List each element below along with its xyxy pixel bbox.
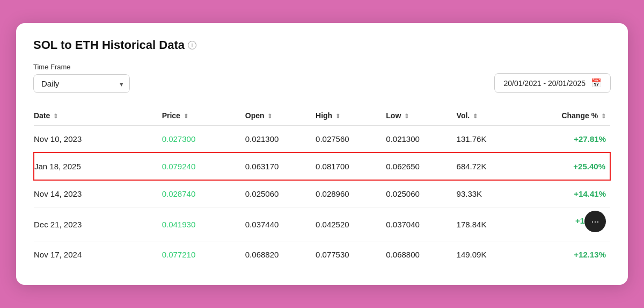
- table-cell: 684.72K: [457, 153, 527, 180]
- table-cell: 0.028960: [316, 180, 386, 207]
- historical-data-card: SOL to ETH Historical Data i Time Frame …: [16, 23, 628, 285]
- controls-row: Time Frame Daily Weekly Monthly ▾ 20/01/…: [33, 63, 611, 93]
- table-cell: 178.84K: [457, 207, 527, 241]
- table-row: Dec 21, 20230.0419300.0374400.0425200.03…: [34, 207, 610, 241]
- table-cell: Dec 21, 2023: [34, 207, 162, 241]
- sort-icon-high: ⇕: [335, 113, 340, 120]
- card-title-row: SOL to ETH Historical Data i: [33, 38, 611, 52]
- table-cell: Nov 10, 2023: [34, 126, 162, 153]
- table-cell: Jan 18, 2025: [34, 153, 162, 180]
- th-vol[interactable]: Vol. ⇕: [457, 106, 527, 126]
- sort-icon-open: ⇕: [267, 113, 272, 120]
- timeframe-label: Time Frame: [33, 63, 130, 71]
- table-cell: 0.025060: [245, 180, 316, 207]
- table-cell: 0.037040: [386, 207, 456, 241]
- table-header-row: Date ⇕ Price ⇕ Open ⇕ High ⇕ Low ⇕ Vol. …: [34, 106, 610, 126]
- table-cell: +14.41%: [527, 180, 610, 207]
- table-cell: 0.081700: [316, 153, 386, 180]
- table-row: Nov 10, 20230.0273000.0213000.0275600.02…: [34, 126, 610, 153]
- table-cell: 0.077210: [162, 241, 245, 268]
- table-cell: 0.063170: [245, 153, 316, 180]
- th-open[interactable]: Open ⇕: [245, 106, 316, 126]
- sort-icon-vol: ⇕: [473, 113, 478, 120]
- table-cell: 0.021300: [245, 126, 316, 153]
- table-cell: +25.40%: [527, 153, 610, 180]
- table-cell: Nov 17, 2024: [34, 241, 162, 268]
- th-low[interactable]: Low ⇕: [386, 106, 456, 126]
- table-cell: 0.079240: [162, 153, 245, 180]
- table-cell: +27.81%: [527, 126, 610, 153]
- table-row: Nov 14, 20230.0287400.0250600.0289600.02…: [34, 180, 610, 207]
- table-cell: +12.13%: [527, 241, 610, 268]
- timeframe-select[interactable]: Daily Weekly Monthly: [33, 74, 130, 93]
- table-cell: +1···: [527, 207, 610, 241]
- table-cell: 0.042520: [316, 207, 386, 241]
- table-cell: 0.037440: [245, 207, 316, 241]
- th-change[interactable]: Change % ⇕: [527, 106, 610, 126]
- sort-icon-date: ⇕: [53, 113, 58, 120]
- table-cell: 0.062650: [386, 153, 456, 180]
- th-date[interactable]: Date ⇕: [34, 106, 162, 126]
- table-cell: 0.077530: [316, 241, 386, 268]
- historical-data-table: Date ⇕ Price ⇕ Open ⇕ High ⇕ Low ⇕ Vol. …: [33, 106, 611, 268]
- more-options-button[interactable]: ···: [584, 211, 606, 232]
- sort-icon-low: ⇕: [404, 113, 409, 120]
- table-cell: 149.09K: [457, 241, 527, 268]
- table-cell: Nov 14, 2023: [34, 180, 162, 207]
- table-cell: 0.027300: [162, 126, 245, 153]
- date-range-button[interactable]: 20/01/2021 - 20/01/2025 📅: [494, 73, 611, 93]
- sort-icon-change: ⇕: [601, 113, 606, 120]
- timeframe-group: Time Frame Daily Weekly Monthly ▾: [33, 63, 130, 93]
- timeframe-select-wrapper: Daily Weekly Monthly ▾: [33, 74, 130, 93]
- table-cell: 0.028740: [162, 180, 245, 207]
- table-cell: 0.041930: [162, 207, 245, 241]
- sort-icon-price: ⇕: [184, 113, 188, 120]
- th-high[interactable]: High ⇕: [316, 106, 386, 126]
- table-row: Nov 17, 20240.0772100.0688200.0775300.06…: [34, 241, 610, 268]
- page-title: SOL to ETH Historical Data: [33, 38, 185, 52]
- calendar-icon: 📅: [591, 78, 602, 88]
- table-cell: 0.027560: [316, 126, 386, 153]
- table-cell: 0.068800: [386, 241, 456, 268]
- table-cell: 0.021300: [386, 126, 456, 153]
- date-range-value: 20/01/2021 - 20/01/2025: [503, 79, 586, 88]
- table-cell: 93.33K: [457, 180, 527, 207]
- table-row: Jan 18, 20250.0792400.0631700.0817000.06…: [34, 153, 610, 180]
- info-icon[interactable]: i: [188, 41, 196, 49]
- table-cell: 0.025060: [386, 180, 456, 207]
- th-price[interactable]: Price ⇕: [162, 106, 245, 126]
- table-cell: 0.068820: [245, 241, 316, 268]
- table-cell: 131.76K: [457, 126, 527, 153]
